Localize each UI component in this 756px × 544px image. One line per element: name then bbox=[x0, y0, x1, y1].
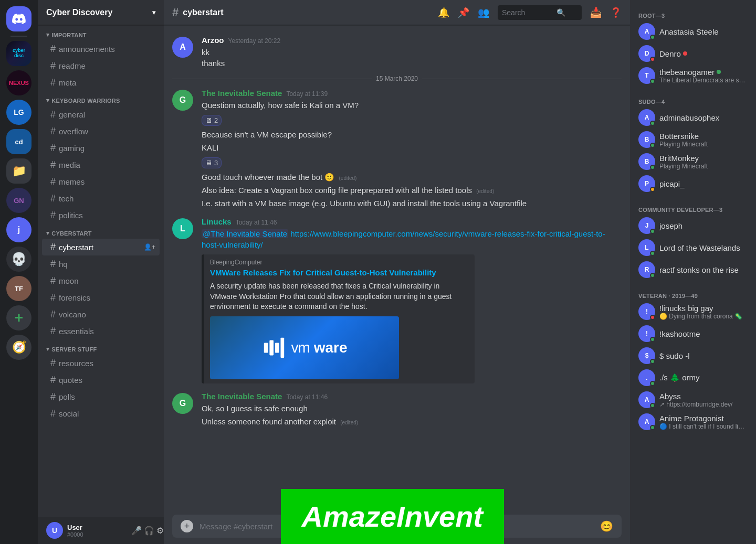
member-info: Bottersnike Playing Minecraft bbox=[659, 132, 748, 148]
member-name: adminabusophex bbox=[659, 113, 748, 122]
channel-item-volcano[interactable]: # volcano bbox=[42, 306, 160, 323]
server-icon-discord[interactable] bbox=[6, 6, 32, 31]
member-picapi[interactable]: P picapi_ bbox=[634, 173, 752, 194]
member-kashootme[interactable]: ! !kashootme bbox=[634, 323, 752, 344]
channel-item-media[interactable]: # media bbox=[42, 156, 160, 173]
channel-group-important-header[interactable]: ▾ IMPORTANT bbox=[38, 29, 164, 40]
channel-item-forensics[interactable]: # forensics bbox=[42, 289, 160, 306]
channel-item-gaming[interactable]: # gaming bbox=[42, 140, 160, 156]
member-joseph[interactable]: J joseph bbox=[634, 215, 752, 236]
server-icon-lg[interactable]: LG bbox=[6, 100, 32, 125]
member-ormy[interactable]: . ./s 🌲 ormy bbox=[634, 367, 752, 388]
member-bottersnike[interactable]: B Bottersnike Playing Minecraft bbox=[634, 129, 752, 150]
message-author[interactable]: Arzoo bbox=[202, 36, 224, 45]
channel-item-tech[interactable]: # tech bbox=[42, 190, 160, 207]
channel-group-cyberstart-header[interactable]: ▾ CYBERSTART bbox=[38, 228, 164, 239]
settings-button[interactable]: ⚙ bbox=[156, 526, 164, 536]
channel-hash-icon: # bbox=[50, 259, 56, 270]
server-name-header[interactable]: Cyber Discovery ▾ bbox=[38, 0, 164, 25]
search-input[interactable] bbox=[502, 8, 554, 17]
divider-date: 15 March 2020 bbox=[376, 75, 418, 82]
mute-button[interactable]: 🎤 bbox=[131, 526, 142, 536]
member-status-indicator bbox=[650, 315, 655, 320]
link-description: A security update has been released that… bbox=[210, 281, 466, 312]
member-info: adminabusophex bbox=[659, 113, 748, 122]
channel-item-quotes[interactable]: # quotes bbox=[42, 371, 160, 388]
link-title[interactable]: VMWare Releases Fix for Critical Guest-t… bbox=[210, 268, 466, 277]
channel-item-readme[interactable]: # readme bbox=[42, 57, 160, 74]
channel-item-general[interactable]: # general bbox=[42, 106, 160, 123]
mention-senate[interactable]: @The Inevitable Senate bbox=[202, 229, 288, 238]
member-status-indicator bbox=[650, 121, 655, 126]
message-author[interactable]: The Inevitable Senate bbox=[202, 392, 282, 401]
server-icon-skull[interactable]: 💀 bbox=[6, 247, 32, 272]
help-icon[interactable]: ❓ bbox=[610, 7, 622, 18]
channel-hash-icon: # bbox=[50, 375, 56, 386]
channel-item-politics[interactable]: # politics bbox=[42, 207, 160, 223]
channel-item-resources[interactable]: # resources bbox=[42, 355, 160, 371]
message-text: @The Inevitable Senate https://www.bleep… bbox=[202, 228, 622, 250]
server-name-label: Cyber Discovery bbox=[46, 8, 112, 17]
channel-item-announcements[interactable]: # announcements bbox=[42, 40, 160, 57]
message-text: Questiom actually, how safe is Kali on a… bbox=[202, 100, 622, 111]
server-icon-folder[interactable]: 📁 bbox=[6, 158, 32, 184]
member-denro[interactable]: D Denro bbox=[634, 43, 752, 64]
channel-item-meta[interactable]: # meta bbox=[42, 74, 160, 91]
add-server-button[interactable]: + bbox=[6, 305, 32, 330]
message-avatar: A bbox=[172, 37, 193, 58]
emoji-button[interactable]: 😊 bbox=[600, 520, 613, 532]
bell-icon[interactable]: 🔔 bbox=[438, 7, 449, 18]
reaction-computer[interactable]: 🖥 2 bbox=[202, 115, 222, 126]
channel-item-moon[interactable]: # moon bbox=[42, 272, 160, 289]
server-icon-cd2[interactable]: cd bbox=[6, 129, 32, 154]
message-author[interactable]: Linucks bbox=[202, 217, 232, 226]
member-anime-protagonist[interactable]: A Anime Protagonist 🔵 I still can't tell… bbox=[634, 411, 752, 432]
channel-item-social[interactable]: # social bbox=[42, 405, 160, 422]
member-name: !kashootme bbox=[659, 329, 748, 338]
member-info: joseph bbox=[659, 221, 748, 230]
member-anastasia-steele[interactable]: A Anastasia Steele bbox=[634, 21, 752, 42]
member-britmonkey[interactable]: B BritMonkey Playing Minecraft bbox=[634, 151, 752, 172]
channel-item-polls[interactable]: # polls bbox=[42, 388, 160, 405]
server-icon-tf[interactable]: TF bbox=[6, 276, 32, 301]
user-info: User #0000 bbox=[67, 524, 127, 538]
server-icon-nexus[interactable]: NEXUS bbox=[6, 70, 32, 95]
channel-item-essentials[interactable]: # essentials bbox=[42, 323, 160, 339]
server-icon-gn[interactable]: GN bbox=[6, 188, 32, 213]
channel-group-server-stuff: ▾ SERVER STUFF # resources # quotes # po… bbox=[38, 344, 164, 422]
member-linucks-big-gay[interactable]: ! !linucks big gay 🟡 Dying from that cor… bbox=[634, 301, 752, 322]
channel-settings-icon[interactable]: 👤+ bbox=[144, 243, 155, 251]
member-name: Abyss bbox=[659, 392, 748, 401]
member-sudo-l[interactable]: $ $ sudo -l bbox=[634, 345, 752, 366]
member-lord-of-wastelands[interactable]: L Lord of the Wastelands bbox=[634, 237, 752, 258]
pin-icon[interactable]: 📌 bbox=[458, 7, 469, 18]
member-info: Anastasia Steele bbox=[659, 27, 748, 36]
members-icon[interactable]: 👥 bbox=[478, 7, 489, 18]
member-thebeanogamer[interactable]: T thebeanogamer The Liberal Democrats ar… bbox=[634, 65, 752, 86]
message-timestamp: Yesterday at 20:22 bbox=[228, 37, 281, 45]
channel-group-arrow: ▾ bbox=[46, 230, 49, 237]
member-abyss[interactable]: A Abyss ↗ https://tomburridge.dev/ bbox=[634, 389, 752, 410]
channel-item-cyberstart[interactable]: # cyberstart 👤+ bbox=[42, 239, 160, 255]
message-author[interactable]: The Inevitable Senate bbox=[202, 89, 282, 98]
inbox-icon[interactable]: 📥 bbox=[590, 7, 602, 18]
attach-button[interactable]: + bbox=[181, 520, 193, 532]
channel-item-memes[interactable]: # memes bbox=[42, 173, 160, 190]
user-controls: 🎤 🎧 ⚙ bbox=[131, 526, 164, 536]
divider-line bbox=[172, 79, 372, 79]
member-status-text: 🔵 I still can't tell if I sound like... bbox=[659, 423, 748, 430]
server-divider bbox=[10, 36, 27, 37]
member-ractf-stonks[interactable]: R ractf stonks on the rise bbox=[634, 259, 752, 280]
message-text: Because isn't a VM escape possible? bbox=[202, 129, 622, 140]
channel-group-server-stuff-header[interactable]: ▾ SERVER STUFF bbox=[38, 344, 164, 355]
channel-name-label: social bbox=[59, 409, 79, 418]
discover-button[interactable]: 🧭 bbox=[6, 335, 32, 360]
server-icon-j[interactable]: j bbox=[6, 217, 32, 242]
channel-item-hq[interactable]: # hq bbox=[42, 255, 160, 272]
channel-item-overflow[interactable]: # overflow bbox=[42, 123, 160, 140]
reaction-computer-2[interactable]: 🖥 3 bbox=[202, 157, 222, 168]
member-adminabusophex[interactable]: A adminabusophex bbox=[634, 107, 752, 128]
deafen-button[interactable]: 🎧 bbox=[144, 526, 154, 536]
channel-group-keyboard-warriors-header[interactable]: ▾ KEYBOARD WARRIORS bbox=[38, 95, 164, 106]
server-icon-cyber-discovery[interactable]: cyberdisc bbox=[6, 41, 32, 66]
